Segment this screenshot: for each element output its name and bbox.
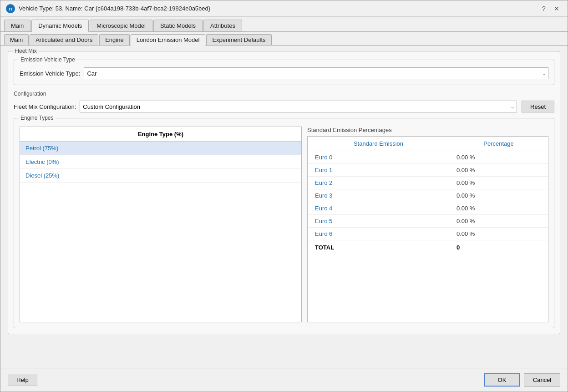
emission-row-euro4[interactable]: Euro 4 0.00 % <box>308 202 548 215</box>
emission-total-row: TOTAL 0 <box>308 240 548 255</box>
top-tab-bar: Main Dynamic Models Microscopic Model St… <box>0 17 568 32</box>
emission-table-wrapper: Standard Emission Percentage Euro 0 0.00… <box>307 136 548 322</box>
emission-vehicle-type-select-wrapper: Car ⌵ <box>84 67 548 79</box>
config-left: Fleet Mix Configuration: Custom Configur… <box>14 101 517 112</box>
engine-row-petrol-label: Petrol (75%) <box>20 142 301 155</box>
euro6-value: 0.00 % <box>449 228 548 240</box>
engine-row-electric[interactable]: Electric (0%) <box>20 155 301 169</box>
emission-vehicle-type-group: Emission Vehicle Type Emission Vehicle T… <box>14 60 554 85</box>
engine-types-title: Engine Types <box>19 115 56 121</box>
standard-emission-title: Standard Emission Percentages <box>307 127 548 133</box>
emission-vehicle-type-select[interactable]: Car <box>84 67 548 79</box>
euro2-value: 0.00 % <box>449 177 548 189</box>
title-bar-controls: ? ✕ <box>538 3 562 14</box>
euro6-label: Euro 6 <box>308 228 449 240</box>
engine-section: Engine Type (%) Petrol (75%) Electric (0… <box>20 127 548 322</box>
fleet-mix-config-select[interactable]: Custom Configuration <box>80 101 517 112</box>
euro5-value: 0.00 % <box>449 215 548 228</box>
emission-row-euro6[interactable]: Euro 6 0.00 % <box>308 228 548 240</box>
title-bar-left: n Vehicle Type: 53, Name: Car {c604a198-… <box>6 4 210 13</box>
fleet-mix-group: Fleet Mix Emission Vehicle Type Emission… <box>8 51 560 334</box>
emission-vehicle-type-label: Emission Vehicle Type: <box>20 70 80 77</box>
engine-table-header: Engine Type (%) <box>20 127 301 142</box>
engine-row-diesel[interactable]: Diesel (25%) <box>20 169 301 183</box>
tab-attributes[interactable]: Attributes <box>203 20 242 31</box>
tab-engine[interactable]: Engine <box>99 34 129 45</box>
tab-main[interactable]: Main <box>4 20 30 31</box>
cancel-button[interactable]: Cancel <box>524 373 560 387</box>
close-window-button[interactable]: ✕ <box>551 3 562 14</box>
second-tab-bar: Main Articulated and Doors Engine London… <box>0 32 568 46</box>
engine-row-petrol[interactable]: Petrol (75%) <box>20 142 301 155</box>
euro0-label: Euro 0 <box>308 151 449 164</box>
engine-types-group: Engine Types Engine Type (%) <box>14 118 554 328</box>
tab-microscopic-model[interactable]: Microscopic Model <box>90 20 152 31</box>
tab-articulated-doors[interactable]: Articulated and Doors <box>30 34 98 45</box>
euro5-label: Euro 5 <box>308 215 449 228</box>
emission-row-euro3[interactable]: Euro 3 0.00 % <box>308 189 548 202</box>
fleet-mix-config-select-wrapper: Custom Configuration ⌵ <box>80 101 517 112</box>
dialog-window: n Vehicle Type: 53, Name: Car {c604a198-… <box>0 0 568 392</box>
emission-col2-header: Percentage <box>449 137 548 151</box>
bottom-bar: Help OK Cancel <box>0 368 568 392</box>
engine-row-electric-label: Electric (0%) <box>20 155 301 169</box>
total-value: 0 <box>449 240 548 255</box>
tab-experiment-defaults[interactable]: Experiment Defaults <box>206 34 271 45</box>
dialog-title: Vehicle Type: 53, Name: Car {c604a198-73… <box>19 5 210 12</box>
configuration-section: Configuration Fleet Mix Configuration: C… <box>14 91 554 328</box>
euro2-label: Euro 2 <box>308 177 449 189</box>
bottom-right-buttons: OK Cancel <box>484 373 560 387</box>
euro0-value: 0.00 % <box>449 151 548 164</box>
main-content: Fleet Mix Emission Vehicle Type Emission… <box>0 46 568 368</box>
euro3-value: 0.00 % <box>449 189 548 202</box>
emission-row-euro2[interactable]: Euro 2 0.00 % <box>308 177 548 189</box>
configuration-row: Fleet Mix Configuration: Custom Configur… <box>14 101 554 112</box>
emission-table: Standard Emission Percentage Euro 0 0.00… <box>308 137 548 255</box>
euro1-value: 0.00 % <box>449 164 548 177</box>
help-window-button[interactable]: ? <box>538 3 549 14</box>
euro3-label: Euro 3 <box>308 189 449 202</box>
emission-vehicle-type-row: Emission Vehicle Type: Car ⌵ <box>20 67 548 79</box>
emission-col1-header: Standard Emission <box>308 137 449 151</box>
ok-button[interactable]: OK <box>484 373 520 387</box>
tab-static-models[interactable]: Static Models <box>153 20 203 31</box>
emission-row-euro1[interactable]: Euro 1 0.00 % <box>308 164 548 177</box>
configuration-label-text: Configuration <box>14 91 554 97</box>
fleet-mix-title: Fleet Mix <box>13 48 39 54</box>
emission-row-euro5[interactable]: Euro 5 0.00 % <box>308 215 548 228</box>
engine-types-box: Engine Type (%) Petrol (75%) Electric (0… <box>20 127 302 322</box>
tab-main-sub[interactable]: Main <box>4 34 29 45</box>
fleet-mix-config-label: Fleet Mix Configuration: <box>14 103 76 110</box>
reset-button[interactable]: Reset <box>522 101 554 112</box>
emission-section: Standard Emission Percentages Standard E… <box>307 127 548 322</box>
tab-dynamic-models[interactable]: Dynamic Models <box>31 20 89 32</box>
emission-vehicle-type-title: Emission Vehicle Type <box>19 56 77 63</box>
engine-types-table: Engine Type (%) Petrol (75%) Electric (0… <box>20 127 301 183</box>
app-icon: n <box>6 4 15 13</box>
euro4-label: Euro 4 <box>308 202 449 215</box>
total-label: TOTAL <box>308 240 449 255</box>
euro4-value: 0.00 % <box>449 202 548 215</box>
help-button[interactable]: Help <box>8 374 37 386</box>
engine-row-diesel-label: Diesel (25%) <box>20 169 301 183</box>
tab-london-emission[interactable]: London Emission Model <box>131 34 206 46</box>
euro1-label: Euro 1 <box>308 164 449 177</box>
title-bar: n Vehicle Type: 53, Name: Car {c604a198-… <box>0 0 568 17</box>
emission-row-euro0[interactable]: Euro 0 0.00 % <box>308 151 548 164</box>
